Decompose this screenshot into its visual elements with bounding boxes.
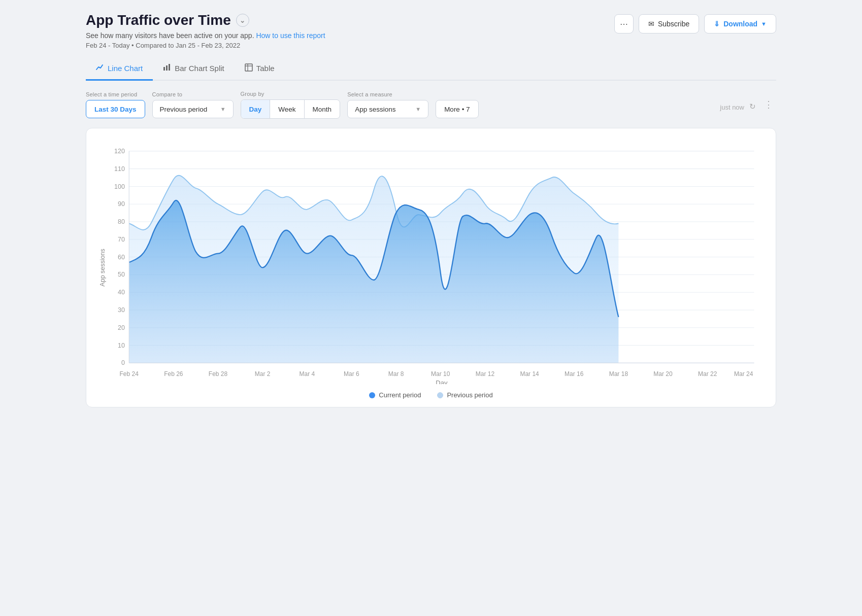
svg-text:60: 60 bbox=[118, 254, 125, 261]
download-icon: ⇓ bbox=[714, 20, 720, 28]
measure-group: Select a measure App sessions ▼ bbox=[347, 91, 428, 118]
compare-select[interactable]: Previous period ▼ bbox=[152, 100, 234, 118]
title-chevron-button[interactable]: ⌄ bbox=[236, 14, 249, 27]
measure-select[interactable]: App sessions ▼ bbox=[347, 100, 428, 118]
svg-text:Mar 14: Mar 14 bbox=[520, 370, 539, 378]
legend-previous: Previous period bbox=[437, 391, 492, 399]
current-period-label: Current period bbox=[379, 391, 421, 399]
more-dots-icon: ⋯ bbox=[620, 19, 628, 29]
download-label: Download bbox=[723, 20, 757, 28]
tab-bar-chart-label: Bar Chart Split bbox=[175, 64, 224, 73]
measure-label: Select a measure bbox=[347, 91, 428, 97]
group-week-button[interactable]: Week bbox=[270, 100, 304, 118]
page-wrapper: App Traffic over Time ⌄ See how many vis… bbox=[86, 12, 776, 407]
line-chart-icon bbox=[96, 63, 104, 73]
subscribe-label: Subscribe bbox=[658, 20, 689, 28]
tab-line-chart[interactable]: Line Chart bbox=[86, 58, 153, 81]
title-block: App Traffic over Time ⌄ See how many vis… bbox=[86, 12, 325, 49]
group-month-button[interactable]: Month bbox=[305, 100, 340, 118]
tab-line-chart-label: Line Chart bbox=[108, 64, 143, 73]
previous-period-label: Previous period bbox=[447, 391, 492, 399]
tabs-row: Line Chart Bar Chart Split Table bbox=[86, 58, 776, 81]
chart-container: App sessions 0 10 20 bbox=[86, 128, 776, 407]
table-icon bbox=[245, 63, 253, 73]
svg-text:100: 100 bbox=[114, 183, 125, 190]
subtitle-text: See how many visitors have been active o… bbox=[86, 31, 254, 40]
chart-more-button[interactable]: ⋮ bbox=[761, 98, 776, 111]
more-options-button[interactable]: ⋯ bbox=[614, 14, 634, 33]
controls-right: just now ↻ ⋮ bbox=[720, 98, 776, 112]
more-group: More • 7 bbox=[436, 91, 479, 118]
tab-bar-chart-split[interactable]: Bar Chart Split bbox=[153, 58, 235, 81]
svg-text:Mar 22: Mar 22 bbox=[698, 370, 717, 378]
time-period-button[interactable]: Last 30 Days bbox=[86, 100, 145, 118]
time-period-value: Last 30 Days bbox=[94, 106, 137, 113]
controls-row: Select a time period Last 30 Days Compar… bbox=[86, 91, 776, 119]
group-by-buttons: Day Week Month bbox=[241, 99, 341, 119]
title-text: App Traffic over Time bbox=[86, 12, 231, 28]
svg-text:Mar 18: Mar 18 bbox=[609, 370, 628, 378]
svg-text:30: 30 bbox=[118, 306, 125, 314]
refresh-timestamp: just now bbox=[720, 104, 744, 111]
svg-text:110: 110 bbox=[114, 165, 125, 173]
more-button[interactable]: More • 7 bbox=[436, 100, 479, 118]
svg-text:80: 80 bbox=[118, 218, 125, 225]
svg-text:Mar 12: Mar 12 bbox=[476, 370, 495, 378]
compare-to-group: Compare to Previous period ▼ bbox=[152, 91, 234, 118]
svg-rect-0 bbox=[163, 67, 165, 71]
page-title: App Traffic over Time ⌄ bbox=[86, 12, 325, 28]
subscribe-button[interactable]: ✉ Subscribe bbox=[639, 14, 699, 33]
compare-chevron-icon: ▼ bbox=[220, 106, 226, 112]
group-by-group: Group by Day Week Month bbox=[241, 91, 341, 119]
download-button[interactable]: ⇓ Download ▼ bbox=[704, 14, 776, 33]
bar-chart-icon bbox=[163, 63, 171, 73]
svg-text:Mar 24: Mar 24 bbox=[734, 370, 753, 378]
svg-text:40: 40 bbox=[118, 289, 125, 296]
measure-chevron-icon: ▼ bbox=[415, 106, 421, 112]
svg-text:App sessions: App sessions bbox=[99, 249, 106, 286]
tab-table-label: Table bbox=[256, 64, 275, 73]
compare-label: Compare to bbox=[152, 91, 234, 97]
svg-text:Mar 20: Mar 20 bbox=[653, 370, 673, 378]
measure-value: App sessions bbox=[355, 106, 395, 113]
svg-rect-1 bbox=[166, 65, 168, 71]
date-range: Feb 24 - Today • Compared to Jan 25 - Fe… bbox=[86, 42, 325, 49]
group-by-label: Group by bbox=[241, 91, 341, 97]
svg-text:10: 10 bbox=[118, 342, 125, 349]
chart-legend: Current period Previous period bbox=[96, 391, 766, 399]
compare-value: Previous period bbox=[160, 106, 208, 113]
svg-text:20: 20 bbox=[118, 324, 125, 331]
svg-text:Mar 16: Mar 16 bbox=[565, 370, 584, 378]
svg-text:70: 70 bbox=[118, 236, 125, 243]
email-icon: ✉ bbox=[648, 20, 654, 28]
svg-text:120: 120 bbox=[114, 148, 125, 155]
svg-rect-3 bbox=[245, 64, 252, 71]
header-row: App Traffic over Time ⌄ See how many vis… bbox=[86, 12, 776, 49]
legend-current: Current period bbox=[369, 391, 421, 399]
svg-text:Mar 6: Mar 6 bbox=[344, 370, 359, 378]
svg-text:0: 0 bbox=[121, 359, 125, 366]
time-period-group: Select a time period Last 30 Days bbox=[86, 91, 145, 118]
subtitle: See how many visitors have been active o… bbox=[86, 31, 325, 40]
svg-text:Day: Day bbox=[436, 379, 448, 384]
time-period-label: Select a time period bbox=[86, 91, 145, 97]
svg-text:50: 50 bbox=[118, 271, 125, 278]
header-actions: ⋯ ✉ Subscribe ⇓ Download ▼ bbox=[614, 14, 776, 33]
group-day-button[interactable]: Day bbox=[241, 100, 271, 118]
current-period-dot bbox=[369, 392, 375, 398]
svg-rect-2 bbox=[169, 64, 170, 71]
line-chart-svg: App sessions 0 10 20 bbox=[96, 141, 766, 384]
chart-svg-wrapper: App sessions 0 10 20 bbox=[96, 141, 766, 386]
svg-text:90: 90 bbox=[118, 200, 125, 208]
previous-period-dot bbox=[437, 392, 443, 398]
tab-table[interactable]: Table bbox=[235, 58, 285, 81]
subtitle-link[interactable]: How to use this report bbox=[256, 31, 325, 40]
svg-text:Mar 8: Mar 8 bbox=[388, 370, 404, 378]
svg-text:Mar 4: Mar 4 bbox=[299, 370, 315, 378]
svg-text:Feb 26: Feb 26 bbox=[164, 370, 183, 378]
refresh-icon[interactable]: ↻ bbox=[749, 102, 756, 111]
svg-text:Mar 10: Mar 10 bbox=[431, 370, 450, 378]
more-label: More • 7 bbox=[444, 106, 470, 113]
svg-text:Mar 2: Mar 2 bbox=[255, 370, 271, 378]
svg-text:Feb 28: Feb 28 bbox=[209, 370, 228, 378]
